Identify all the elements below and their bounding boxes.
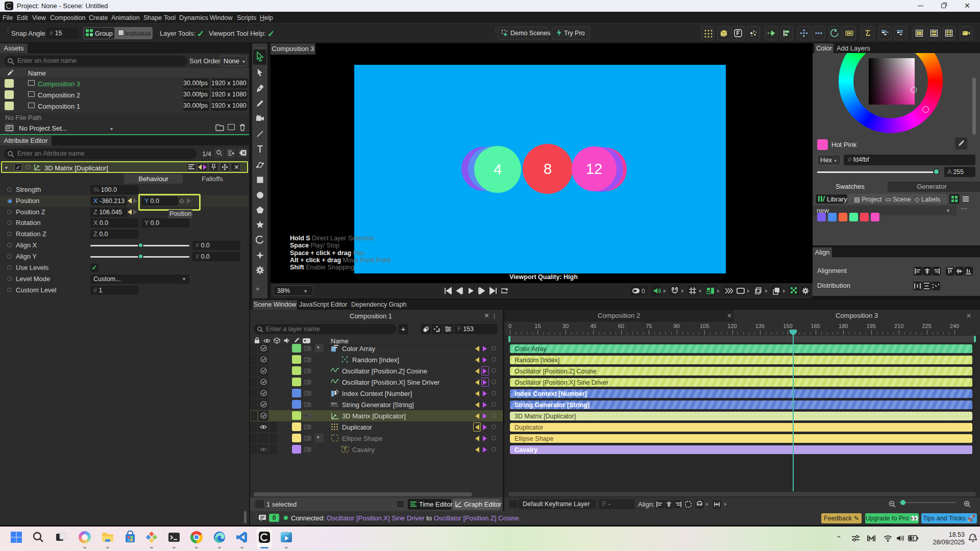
- svg-text:z: z: [973, 535, 975, 538]
- svg-text:abc: abc: [331, 401, 337, 406]
